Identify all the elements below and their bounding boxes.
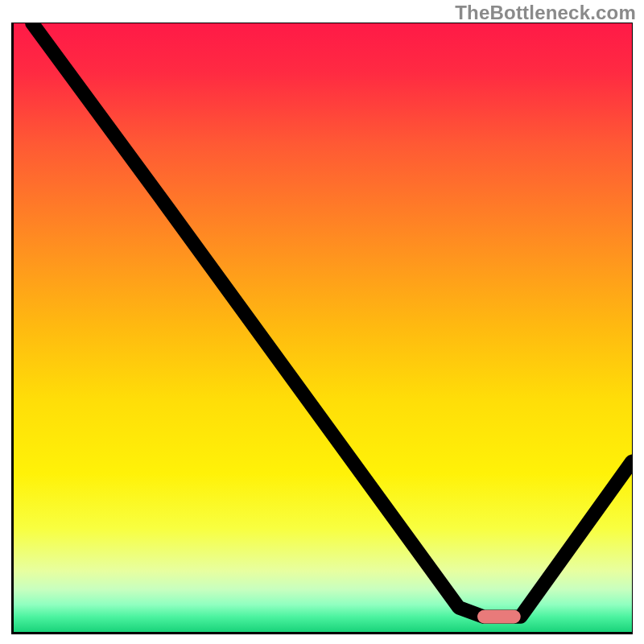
optimal-marker	[477, 610, 521, 624]
heatmap-and-curve	[14, 23, 632, 632]
chart-root: TheBottleneck.com	[0, 0, 644, 644]
watermark: TheBottleneck.com	[455, 2, 636, 24]
plot-area	[11, 23, 633, 634]
